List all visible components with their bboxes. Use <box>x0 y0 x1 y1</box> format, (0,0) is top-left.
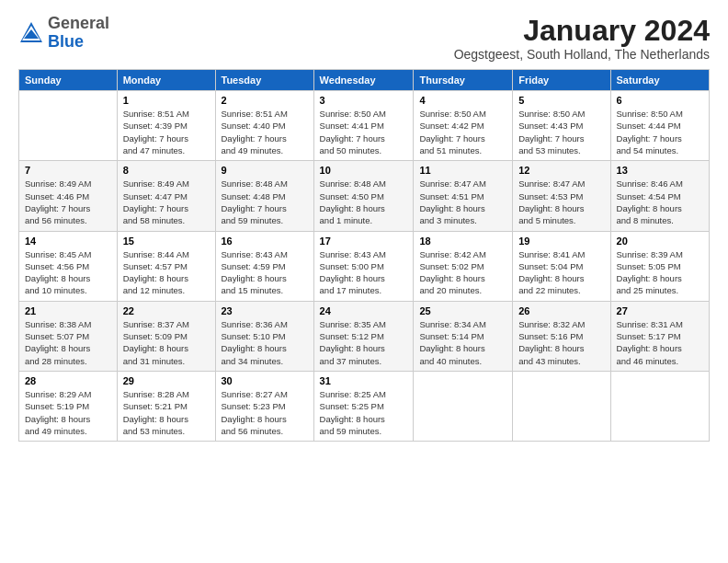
calendar-cell: 22Sunrise: 8:37 AMSunset: 5:09 PMDayligh… <box>117 301 215 371</box>
day-number: 16 <box>222 236 308 247</box>
week-row-2: 7Sunrise: 8:49 AMSunset: 4:46 PMDaylight… <box>19 161 710 231</box>
day-info: Sunrise: 8:27 AMSunset: 5:23 PMDaylight:… <box>222 388 308 437</box>
calendar-cell: 20Sunrise: 8:39 AMSunset: 5:05 PMDayligh… <box>610 231 709 301</box>
calendar-cell <box>414 371 513 441</box>
day-number: 5 <box>518 95 604 106</box>
day-info: Sunrise: 8:49 AMSunset: 4:46 PMDaylight:… <box>25 178 111 226</box>
week-row-4: 21Sunrise: 8:38 AMSunset: 5:07 PMDayligh… <box>19 301 710 371</box>
day-number: 11 <box>419 165 506 176</box>
header-cell-sunday: Sunday <box>19 70 118 91</box>
day-number: 9 <box>222 165 308 176</box>
calendar-cell <box>19 91 118 161</box>
calendar-cell: 2Sunrise: 8:51 AMSunset: 4:40 PMDaylight… <box>215 91 313 161</box>
calendar-cell: 30Sunrise: 8:27 AMSunset: 5:23 PMDayligh… <box>215 371 313 441</box>
day-number: 20 <box>617 236 703 247</box>
day-info: Sunrise: 8:36 AMSunset: 5:10 PMDaylight:… <box>222 318 308 367</box>
calendar-cell: 10Sunrise: 8:48 AMSunset: 4:50 PMDayligh… <box>313 161 414 231</box>
day-number: 21 <box>25 305 111 316</box>
day-number: 3 <box>320 95 408 106</box>
day-info: Sunrise: 8:47 AMSunset: 4:51 PMDaylight:… <box>419 178 506 226</box>
day-number: 18 <box>419 236 506 247</box>
calendar-cell: 6Sunrise: 8:50 AMSunset: 4:44 PMDaylight… <box>610 91 709 161</box>
calendar-cell: 21Sunrise: 8:38 AMSunset: 5:07 PMDayligh… <box>19 301 118 371</box>
day-number: 13 <box>617 165 703 176</box>
day-number: 10 <box>320 165 408 176</box>
day-info: Sunrise: 8:50 AMSunset: 4:44 PMDaylight:… <box>617 108 703 156</box>
calendar-cell: 8Sunrise: 8:49 AMSunset: 4:47 PMDaylight… <box>117 161 215 231</box>
day-info: Sunrise: 8:39 AMSunset: 5:05 PMDaylight:… <box>617 248 703 297</box>
calendar-cell: 27Sunrise: 8:31 AMSunset: 5:17 PMDayligh… <box>610 301 709 371</box>
location-title: Oegstgeest, South Holland, The Netherlan… <box>454 47 710 62</box>
logo: General Blue <box>18 15 109 52</box>
day-number: 6 <box>617 95 703 106</box>
month-title: January 2024 <box>454 15 710 47</box>
week-row-3: 14Sunrise: 8:45 AMSunset: 4:56 PMDayligh… <box>19 231 710 301</box>
day-info: Sunrise: 8:50 AMSunset: 4:42 PMDaylight:… <box>419 108 506 156</box>
calendar-cell <box>610 371 709 441</box>
calendar-cell: 14Sunrise: 8:45 AMSunset: 4:56 PMDayligh… <box>19 231 118 301</box>
day-info: Sunrise: 8:44 AMSunset: 4:57 PMDaylight:… <box>123 248 210 297</box>
day-info: Sunrise: 8:48 AMSunset: 4:50 PMDaylight:… <box>320 178 408 226</box>
calendar-cell: 31Sunrise: 8:25 AMSunset: 5:25 PMDayligh… <box>313 371 414 441</box>
day-number: 4 <box>419 95 506 106</box>
calendar-cell: 9Sunrise: 8:48 AMSunset: 4:48 PMDaylight… <box>215 161 313 231</box>
day-number: 24 <box>320 305 408 316</box>
calendar-cell: 12Sunrise: 8:47 AMSunset: 4:53 PMDayligh… <box>513 161 610 231</box>
day-number: 17 <box>320 236 408 247</box>
header-cell-friday: Friday <box>513 70 610 91</box>
day-info: Sunrise: 8:32 AMSunset: 5:16 PMDaylight:… <box>518 318 604 367</box>
calendar-cell: 7Sunrise: 8:49 AMSunset: 4:46 PMDaylight… <box>19 161 118 231</box>
day-number: 31 <box>320 375 408 386</box>
day-info: Sunrise: 8:28 AMSunset: 5:21 PMDaylight:… <box>123 388 210 437</box>
calendar-cell: 13Sunrise: 8:46 AMSunset: 4:54 PMDayligh… <box>610 161 709 231</box>
day-info: Sunrise: 8:48 AMSunset: 4:48 PMDaylight:… <box>222 178 308 226</box>
day-info: Sunrise: 8:51 AMSunset: 4:40 PMDaylight:… <box>222 108 308 156</box>
day-info: Sunrise: 8:29 AMSunset: 5:19 PMDaylight:… <box>25 388 111 437</box>
calendar-cell: 19Sunrise: 8:41 AMSunset: 5:04 PMDayligh… <box>513 231 610 301</box>
day-number: 2 <box>222 95 308 106</box>
header-area: General Blue January 2024 Oegstgeest, So… <box>18 15 710 62</box>
day-number: 14 <box>25 236 111 247</box>
day-number: 25 <box>419 305 506 316</box>
header-cell-tuesday: Tuesday <box>215 70 313 91</box>
day-info: Sunrise: 8:50 AMSunset: 4:41 PMDaylight:… <box>320 108 408 156</box>
calendar-cell: 28Sunrise: 8:29 AMSunset: 5:19 PMDayligh… <box>19 371 118 441</box>
calendar-cell: 15Sunrise: 8:44 AMSunset: 4:57 PMDayligh… <box>117 231 215 301</box>
day-info: Sunrise: 8:51 AMSunset: 4:39 PMDaylight:… <box>123 108 210 156</box>
calendar-table: SundayMondayTuesdayWednesdayThursdayFrid… <box>18 69 710 442</box>
header-cell-monday: Monday <box>117 70 215 91</box>
day-number: 28 <box>25 375 111 386</box>
title-area: January 2024 Oegstgeest, South Holland, … <box>454 15 710 62</box>
day-info: Sunrise: 8:47 AMSunset: 4:53 PMDaylight:… <box>518 178 604 226</box>
calendar-cell: 29Sunrise: 8:28 AMSunset: 5:21 PMDayligh… <box>117 371 215 441</box>
day-info: Sunrise: 8:41 AMSunset: 5:04 PMDaylight:… <box>518 248 604 297</box>
day-info: Sunrise: 8:45 AMSunset: 4:56 PMDaylight:… <box>25 248 111 297</box>
logo-general-text: General <box>48 14 109 32</box>
calendar-cell: 17Sunrise: 8:43 AMSunset: 5:00 PMDayligh… <box>313 231 414 301</box>
calendar-cell: 16Sunrise: 8:43 AMSunset: 4:59 PMDayligh… <box>215 231 313 301</box>
day-number: 26 <box>518 305 604 316</box>
day-info: Sunrise: 8:31 AMSunset: 5:17 PMDaylight:… <box>617 318 703 367</box>
day-info: Sunrise: 8:25 AMSunset: 5:25 PMDaylight:… <box>320 388 408 437</box>
day-info: Sunrise: 8:34 AMSunset: 5:14 PMDaylight:… <box>419 318 506 367</box>
day-number: 30 <box>222 375 308 386</box>
calendar-cell: 1Sunrise: 8:51 AMSunset: 4:39 PMDaylight… <box>117 91 215 161</box>
day-info: Sunrise: 8:46 AMSunset: 4:54 PMDaylight:… <box>617 178 703 226</box>
day-number: 7 <box>25 165 111 176</box>
day-number: 29 <box>123 375 210 386</box>
calendar-cell: 5Sunrise: 8:50 AMSunset: 4:43 PMDaylight… <box>513 91 610 161</box>
day-info: Sunrise: 8:50 AMSunset: 4:43 PMDaylight:… <box>518 108 604 156</box>
day-number: 8 <box>123 165 210 176</box>
calendar-cell: 23Sunrise: 8:36 AMSunset: 5:10 PMDayligh… <box>215 301 313 371</box>
calendar-cell <box>513 371 610 441</box>
day-info: Sunrise: 8:38 AMSunset: 5:07 PMDaylight:… <box>25 318 111 367</box>
day-number: 22 <box>123 305 210 316</box>
day-info: Sunrise: 8:43 AMSunset: 5:00 PMDaylight:… <box>320 248 408 297</box>
week-row-1: 1Sunrise: 8:51 AMSunset: 4:39 PMDaylight… <box>19 91 710 161</box>
calendar-cell: 25Sunrise: 8:34 AMSunset: 5:14 PMDayligh… <box>414 301 513 371</box>
calendar-cell: 3Sunrise: 8:50 AMSunset: 4:41 PMDaylight… <box>313 91 414 161</box>
day-info: Sunrise: 8:43 AMSunset: 4:59 PMDaylight:… <box>222 248 308 297</box>
logo-blue-text: Blue <box>48 32 84 51</box>
day-number: 19 <box>518 236 604 247</box>
day-info: Sunrise: 8:37 AMSunset: 5:09 PMDaylight:… <box>123 318 210 367</box>
